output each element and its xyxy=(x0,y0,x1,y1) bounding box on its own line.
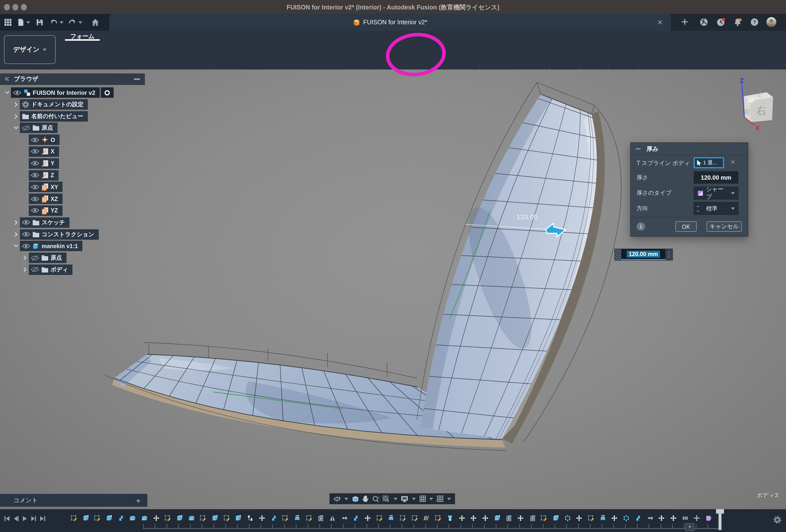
timeline-feature-combine[interactable] xyxy=(268,514,279,523)
direction-dropdown[interactable]: 標準 xyxy=(694,202,738,215)
timeline-feature-revolve[interactable] xyxy=(291,514,303,523)
user-avatar[interactable] xyxy=(766,17,774,25)
tree-chevron-icon[interactable] xyxy=(13,219,20,226)
timeline-feature-box[interactable] xyxy=(527,514,538,523)
tree-row[interactable]: manekin v1:1 xyxy=(0,241,114,251)
new-tab-icon[interactable] xyxy=(681,18,689,26)
timeline-settings-gear-icon[interactable] xyxy=(773,516,782,524)
tree-chevron-icon[interactable] xyxy=(13,243,20,249)
tree-row[interactable]: X xyxy=(0,146,114,157)
add-comment-icon[interactable]: + xyxy=(136,496,140,505)
timeline-feature-sketch[interactable] xyxy=(280,514,291,523)
grid-settings-caret-icon[interactable] xyxy=(430,498,434,500)
help-icon[interactable]: ? xyxy=(750,18,758,26)
browser-panel-header[interactable]: ブラウザ xyxy=(0,73,145,85)
tree-row[interactable]: XY xyxy=(0,182,114,192)
timeline-feature-sketch[interactable] xyxy=(162,514,174,523)
timeline-playhead[interactable] xyxy=(718,510,721,530)
home-icon[interactable] xyxy=(91,18,99,26)
dialog-header[interactable]: 厚み xyxy=(631,143,748,155)
zoom-icon[interactable]: ± xyxy=(372,494,379,503)
timeline-feature-combine[interactable] xyxy=(350,514,362,523)
timeline-feature-move[interactable] xyxy=(514,514,526,523)
document-tab[interactable]: FUISON for Interior v2* ✕ xyxy=(109,14,671,31)
pan-icon[interactable] xyxy=(362,495,369,503)
timeline-feature-move[interactable] xyxy=(608,514,620,523)
timeline-feature-move[interactable] xyxy=(151,514,162,523)
timeline-feature-mirror[interactable] xyxy=(326,514,338,523)
timeline-feature-combine[interactable] xyxy=(115,514,127,523)
eye-visible-icon[interactable] xyxy=(31,137,39,143)
activate-component-radio[interactable] xyxy=(101,87,114,98)
timeline-feature-move[interactable] xyxy=(468,514,479,523)
timeline-feature-sketch[interactable] xyxy=(303,514,315,523)
timeline-feature-sketch[interactable] xyxy=(374,514,385,523)
thicken-dialog[interactable]: 厚み T スプライン ボディ 1 選... ✕ 厚さ 120.00 mm 厚さの… xyxy=(630,142,748,237)
eye-hidden-icon[interactable] xyxy=(31,255,39,261)
timeline-feature-move[interactable] xyxy=(456,514,467,523)
zoom-window-icon[interactable] xyxy=(383,494,390,503)
tree-row[interactable]: ボディ xyxy=(0,264,114,275)
timeline-feature-point[interactable] xyxy=(644,514,655,523)
eye-visible-icon[interactable] xyxy=(31,148,39,155)
info-icon[interactable]: i xyxy=(637,222,645,231)
play-icon[interactable] xyxy=(22,516,28,522)
viewports-caret-icon[interactable] xyxy=(447,498,451,500)
eye-visible-icon[interactable] xyxy=(22,243,30,249)
eye-visible-icon[interactable] xyxy=(31,172,39,178)
tree-chevron-icon[interactable] xyxy=(13,113,20,119)
viewcube[interactable]: Z X 右 前 上 xyxy=(730,75,781,133)
timeline-feature-extrude[interactable] xyxy=(79,514,91,523)
timeline-feature-box[interactable] xyxy=(503,514,514,523)
3d-viewport[interactable]: 120.00 xyxy=(0,69,786,509)
timeline-feature-sketch[interactable] xyxy=(68,514,79,523)
go-to-end-icon[interactable] xyxy=(40,516,46,522)
tree-row[interactable]: Z xyxy=(0,170,114,180)
tree-chevron-icon[interactable] xyxy=(13,125,20,131)
tree-row[interactable]: XZ xyxy=(0,193,114,204)
display-settings-caret-icon[interactable] xyxy=(412,498,416,500)
notifications-bell-icon[interactable] xyxy=(733,18,741,26)
timeline-feature-combine[interactable] xyxy=(632,514,644,523)
timeline-feature-sketch[interactable] xyxy=(538,514,550,523)
tree-row[interactable]: FUISON for Interior v2 xyxy=(0,87,114,98)
timeline-feature-sketch[interactable] xyxy=(197,514,209,523)
document-tab-close-icon[interactable]: ✕ xyxy=(656,18,664,26)
timeline-feature-slots[interactable] xyxy=(679,514,691,523)
workspace-selector[interactable]: デザイン xyxy=(4,35,55,64)
timeline-feature-move[interactable] xyxy=(479,514,491,523)
timeline-feature-extrude[interactable] xyxy=(103,514,115,523)
tree-chevron-icon[interactable] xyxy=(22,255,29,261)
orbit-caret-icon[interactable] xyxy=(344,498,348,500)
file-menu-icon[interactable] xyxy=(17,18,25,26)
undo-icon[interactable] xyxy=(50,18,57,26)
timeline-feature-loft[interactable] xyxy=(444,514,456,523)
eye-visible-icon[interactable] xyxy=(31,196,39,202)
timeline-feature-form[interactable] xyxy=(703,514,714,523)
timeline-feature-move[interactable] xyxy=(256,514,268,523)
tree-chevron-icon[interactable] xyxy=(13,101,20,108)
eye-visible-icon[interactable] xyxy=(22,219,30,226)
timeline-feature-planes[interactable] xyxy=(420,514,432,523)
minimize-panel-icon[interactable] xyxy=(134,78,140,80)
eye-visible-icon[interactable] xyxy=(31,184,39,190)
tree-row[interactable]: スケッチ xyxy=(0,217,114,228)
eye-visible-icon[interactable] xyxy=(31,208,39,214)
thickness-value-field[interactable]: 120.00 mm xyxy=(694,171,738,184)
dimension-input-menu-icon[interactable] xyxy=(665,249,672,260)
timeline-feature-freemove[interactable] xyxy=(691,514,703,523)
timeline-feature-fillet[interactable] xyxy=(138,514,150,523)
timeline-feature-extrude[interactable] xyxy=(491,514,503,523)
collapse-panel-icon[interactable] xyxy=(4,76,10,82)
eye-hidden-icon[interactable] xyxy=(22,125,30,131)
tspline-model[interactable]: 120.00 xyxy=(0,69,786,509)
tree-row[interactable]: 原点 xyxy=(0,253,114,263)
timeline-feature-revolve[interactable] xyxy=(597,514,608,523)
zoom-window-caret-icon[interactable] xyxy=(393,498,397,500)
redo-icon[interactable] xyxy=(68,18,76,26)
timeline-feature-fillet[interactable] xyxy=(186,514,197,523)
timeline-feature-pattern[interactable] xyxy=(562,514,573,523)
step-back-icon[interactable] xyxy=(13,516,19,522)
timeline-feature-sketch[interactable] xyxy=(221,514,232,523)
thickness-type-dropdown[interactable]: シャープ xyxy=(694,187,738,200)
